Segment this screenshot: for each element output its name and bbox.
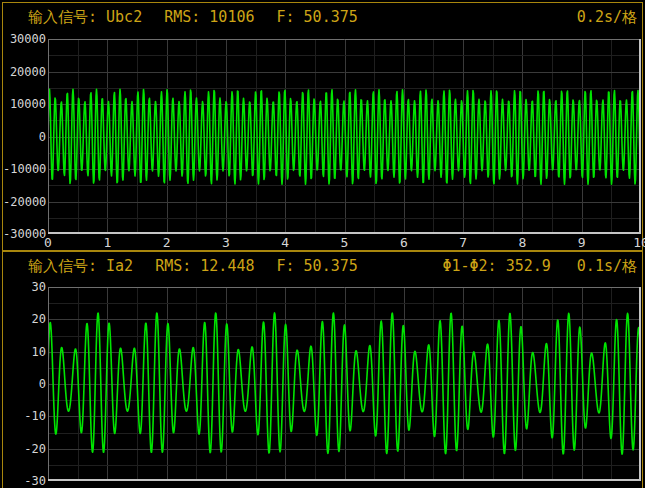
current-header-right: Φ1-Φ2: 352.9 0.1s/格: [442, 257, 637, 275]
y-tick-label: 20000: [3, 64, 46, 80]
voltage-header-right: 0.2s/格: [577, 8, 637, 26]
x-tick-label: 2: [163, 235, 171, 251]
y-tick-label: 0: [3, 376, 46, 392]
x-tick-label: 4: [281, 235, 289, 251]
x-tick-label: 8: [518, 235, 526, 251]
y-tick-label: -30000: [3, 226, 46, 242]
x-tick-label: 1: [103, 235, 111, 251]
oscilloscope-screen: 输入信号: Ubc2 RMS: 10106 F: 50.375 0.2s/格 3…: [0, 0, 645, 488]
x-tick-label: 7: [459, 235, 467, 251]
freq-value: 50.375: [304, 257, 358, 275]
freq-label: F:: [277, 257, 295, 275]
voltage-panel-header: 输入信号: Ubc2 RMS: 10106 F: 50.375 0.2s/格: [3, 8, 642, 26]
timebase-value: 0.2s/格: [577, 8, 637, 26]
y-tick-label: -20000: [3, 194, 46, 210]
rms-value: 10106: [209, 8, 254, 26]
x-tick-label: 9: [578, 235, 586, 251]
x-tick-label: 3: [222, 235, 230, 251]
current-panel-header: 输入信号: Ia2 RMS: 12.448 F: 50.375 Φ1-Φ2: 3…: [3, 257, 642, 275]
phase-value: 352.9: [506, 257, 551, 275]
y-tick-label: 30: [3, 279, 46, 295]
freq-group: F: 50.375: [277, 257, 358, 275]
y-tick-label: -20: [3, 441, 46, 457]
rms-label: RMS:: [164, 8, 200, 26]
rms-label: RMS:: [155, 257, 191, 275]
freq-label: F:: [277, 8, 295, 26]
current-header-left: 输入信号: Ia2 RMS: 12.448 F: 50.375: [28, 257, 358, 275]
signal-name: Ia2: [106, 257, 133, 275]
y-tick-label: -10000: [3, 161, 46, 177]
y-tick-label: -30: [3, 473, 46, 488]
y-tick-label: 30000: [3, 31, 46, 47]
rms-value: 12.448: [200, 257, 254, 275]
voltage-header-left: 输入信号: Ubc2 RMS: 10106 F: 50.375: [28, 8, 358, 26]
voltage-x-axis-labels: 012345678910: [48, 235, 641, 251]
current-waveform-panel: 输入信号: Ia2 RMS: 12.448 F: 50.375 Φ1-Φ2: 3…: [2, 251, 643, 488]
x-tick-label: 10: [633, 235, 645, 251]
x-tick-label: 6: [400, 235, 408, 251]
voltage-y-axis-labels: 3000020000100000-10000-20000-30000: [3, 3, 47, 250]
current-waveform-canvas: [48, 287, 641, 481]
y-tick-label: 10000: [3, 96, 46, 112]
signal-name: Ubc2: [106, 8, 142, 26]
freq-value: 50.375: [304, 8, 358, 26]
y-tick-label: 10: [3, 344, 46, 360]
rms-group: RMS: 10106: [164, 8, 254, 26]
voltage-waveform-panel: 输入信号: Ubc2 RMS: 10106 F: 50.375 0.2s/格 3…: [2, 2, 643, 251]
freq-group: F: 50.375: [277, 8, 358, 26]
current-y-axis-labels: 3020100-10-20-30: [3, 252, 47, 488]
y-tick-label: 20: [3, 311, 46, 327]
y-tick-label: 0: [3, 129, 46, 145]
rms-group: RMS: 12.448: [155, 257, 254, 275]
timebase-value: 0.1s/格: [577, 257, 637, 275]
phase-label: Φ1-Φ2:: [442, 257, 496, 275]
x-tick-label: 5: [341, 235, 349, 251]
y-tick-label: -10: [3, 408, 46, 424]
x-tick-label: 0: [44, 235, 52, 251]
voltage-waveform-canvas: [48, 39, 641, 234]
phase-group: Φ1-Φ2: 352.9: [442, 257, 550, 275]
